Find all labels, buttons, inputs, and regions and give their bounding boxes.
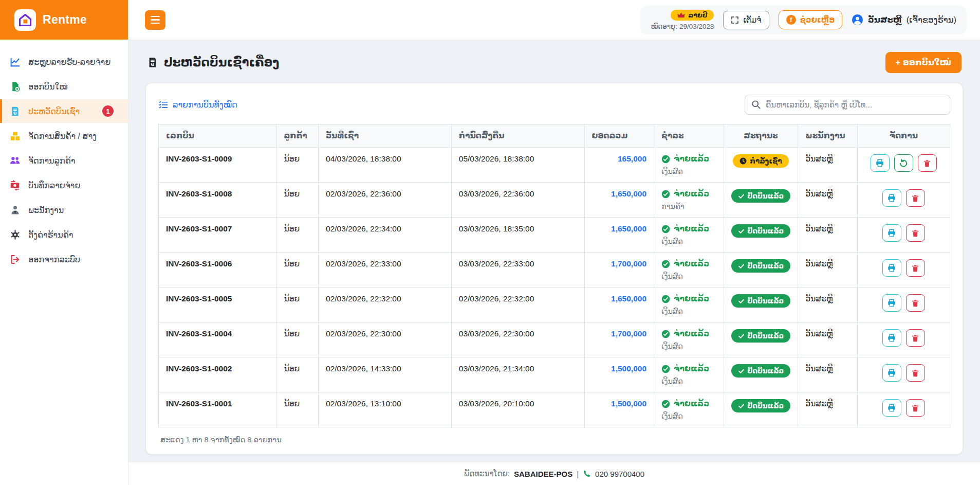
payment-cell: ຈ່າຍແລ້ວ ການຄ້າ [654,183,724,218]
actions-cell [857,392,950,427]
sidebar-item-label: ພະນັກງານ [28,205,64,215]
sidebar-item-customers[interactable]: ຈັດການລູກຄ້າ [0,149,128,172]
search-input[interactable] [745,95,950,115]
delete-button[interactable] [906,399,925,417]
table-header-row: ເລກບິນ ລູກຄ້າ ວັນທີເຊົ່າ ກຳນົດສົ່ງຄືນ ຍອ… [159,124,950,148]
all-invoices-link[interactable]: ລາຍການບິນທັງໝົດ [158,100,237,110]
printer-icon [887,333,896,343]
column-header-due-date: ກຳນົດສົ່ງຄືນ [451,124,584,148]
total-amount: 165,000 [584,148,654,183]
staff-name: ວັນສະຫຼີ [798,183,858,218]
invoice-number: INV-2603-S1-0002 [159,357,276,392]
invoice-number: INV-2603-S1-0001 [159,392,276,427]
sidebar-item-label: ອອກຈາກລະບົບ [28,255,80,264]
trash-icon [911,264,919,273]
status-cell: ປິດບິນແລ້ວ [724,322,798,357]
actions-cell [857,218,950,253]
actions-cell [857,322,950,357]
menu-toggle-button[interactable] [145,10,165,30]
invoice-table: ເລກບິນ ລູກຄ້າ ວັນທີເຊົ່າ ກຳນົດສົ່ງຄືນ ຍອ… [158,124,950,427]
sidebar-item-expenses[interactable]: ບັນທຶກລາຍຈ່າຍ [0,173,128,197]
total-amount: 1,650,000 [584,183,654,218]
delete-button[interactable] [906,259,925,277]
print-button[interactable] [882,294,901,312]
sidebar-item-staff[interactable]: ພະນັກງານ [0,198,128,222]
invoice-title-icon: $ [147,57,158,68]
status-badge: ປິດບິນແລ້ວ [731,224,791,238]
sidebar-item-settings[interactable]: ຕັ້ງຄ່າຮ້ານຄ້າ [0,223,128,246]
page-footer: ພັດທະນາໂດຍ: SABAIDEE-POS | 020 99700400 [128,462,980,485]
fullscreen-button[interactable]: ເຕັມຈໍ [723,11,769,29]
column-header-status: ສະຖານະ [724,124,798,148]
print-button[interactable] [882,329,901,347]
page-content: $ ປະຫວັດບິນເຊົ່າເຄື່ອງ + ອອກບິນໃໝ່ ລາຍກາ… [128,40,980,462]
delete-button[interactable] [906,224,925,242]
paid-label: ຈ່າຍແລ້ວ [674,294,709,303]
payment-method: ເງິນສົດ [661,307,716,315]
developer-name: SABAIDEE-POS [514,470,572,478]
help-button[interactable]: f ຊ່ວຍເຫຼືອ [779,10,842,29]
rent-date: 02/03/2026, 22:36:00 [319,183,452,218]
file-invoice-icon: $ [9,105,21,117]
delete-button[interactable] [906,329,925,347]
total-amount: 1,700,000 [584,322,654,357]
check-icon [738,263,745,270]
app-title: Rentme [43,13,87,27]
new-invoice-button[interactable]: + ອອກບິນໃໝ່ [885,52,961,73]
status-badge: ປິດບິນແລ້ວ [731,259,791,273]
sidebar: Rentme ສະຫຼຸບລາຍຮັບ-ລາຍຈ່າຍ ອອກບິນໃໝ່ $ … [0,0,128,485]
print-button[interactable] [882,399,901,417]
undo-return-button[interactable] [894,154,913,172]
trash-icon [911,299,919,308]
column-header-customer: ລູກຄ້າ [276,124,319,148]
print-button[interactable] [882,189,901,207]
print-button[interactable] [882,224,901,242]
status-cell: ປິດບິນແລ້ວ [724,218,798,253]
status-label: ປິດບິນແລ້ວ [748,402,784,410]
staff-name: ວັນສະຫຼີ [798,357,858,392]
paid-label: ຈ່າຍແລ້ວ [674,259,709,268]
delete-button[interactable] [906,294,925,312]
status-badge: ປິດບິນແລ້ວ [731,294,791,308]
rent-date: 02/03/2026, 22:32:00 [319,288,452,322]
phone-number: 020 99700400 [595,470,644,478]
search-box [745,95,950,115]
paid-label: ຈ່າຍແລ້ວ [674,329,709,338]
sidebar-item-logout[interactable]: ອອກຈາກລະບົບ [0,247,128,271]
sidebar-item-summary[interactable]: ສະຫຼຸບລາຍຮັບ-ລາຍຈ່າຍ [0,50,128,74]
status-label: ປິດບິນແລ້ວ [748,367,784,375]
paid-label: ຈ່າຍແລ້ວ [674,189,709,199]
print-button[interactable] [871,154,890,172]
print-button[interactable] [882,259,901,277]
invoice-number: INV-2603-S1-0009 [159,148,276,183]
check-icon [738,403,745,409]
print-button[interactable] [882,364,901,382]
delete-button[interactable] [906,189,925,207]
status-label: ກຳລັງເຊົ່າ [750,157,782,165]
search-icon [751,99,761,110]
sidebar-item-products[interactable]: ຈັດການສິນຄ້າ / ສາງ [0,124,128,148]
customer-name: ນ້ອຍ [276,253,319,288]
user-role: (ເຈົ້າຂອງຮ້ານ) [907,15,956,25]
undo-icon [899,158,908,168]
status-cell: ປິດບິນແລ້ວ [724,288,798,322]
rent-date: 02/03/2026, 22:30:00 [319,322,452,357]
delete-button[interactable] [918,154,937,172]
customer-name: ນ້ອຍ [276,218,319,253]
staff-name: ວັນສະຫຼີ [798,148,858,183]
table-row: INV-2603-S1-0006 ນ້ອຍ 02/03/2026, 22:33:… [159,253,950,288]
check-icon [738,368,745,374]
actions-cell [857,183,950,218]
crown-icon [677,12,685,19]
delete-button[interactable] [906,364,925,382]
plan-badge: ລາຍປີ [671,10,714,21]
sidebar-item-invoice-history[interactable]: $ ປະຫວັດບິນເຊົ່າ 1 [0,99,128,123]
column-header-total: ຍອດລວມ [584,124,654,148]
actions-cell [857,148,950,183]
sidebar-item-new-invoice[interactable]: ອອກບິນໃໝ່ [0,75,128,98]
user-circle-icon [852,14,863,26]
user-menu[interactable]: ວັນສະຫຼີ (ເຈົ້າຂອງຮ້ານ) [852,14,956,26]
sidebar-header: Rentme [0,0,128,40]
status-cell: ປິດບິນແລ້ວ [724,392,798,427]
sidebar-menu: ສະຫຼຸບລາຍຮັບ-ລາຍຈ່າຍ ອອກບິນໃໝ່ $ ປະຫວັດບ… [0,40,128,271]
